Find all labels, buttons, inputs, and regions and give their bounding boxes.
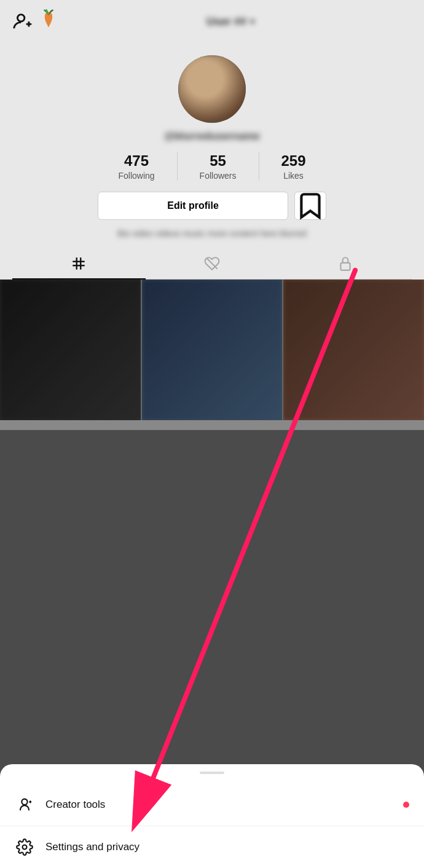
chevron-down-icon: ▾ [250,17,254,26]
followers-label: Followers [200,171,237,181]
likes-stat[interactable]: 259 Likes [259,152,328,181]
edit-profile-button[interactable]: Edit profile [98,192,288,220]
stats-row: 475 Following 55 Followers 259 Likes [12,152,412,181]
top-nav: User ## ▾ [0,0,424,43]
nav-left [12,9,60,34]
svg-point-20 [23,845,27,850]
app-logo [37,9,60,34]
svg-point-19 [29,801,32,803]
following-stat[interactable]: 475 Following [96,152,177,181]
tab-private[interactable] [278,248,412,279]
bottom-sheet: Creator tools Settings and privacy [0,764,424,868]
likes-count: 259 [281,152,306,170]
avatar [178,55,246,123]
followers-count: 55 [210,152,226,170]
svg-point-18 [22,799,27,805]
settings-privacy-item[interactable]: Settings and privacy [0,826,424,868]
creator-tools-icon [15,795,34,815]
tab-grid[interactable] [12,248,146,279]
bio-text: Bio video videos music more content here… [12,229,412,238]
profile-area: @blurredusername 475 Following 55 Follow… [0,43,424,280]
grid-cell[interactable] [0,280,141,420]
nav-center: User ## ▾ [206,15,254,28]
sheet-handle [200,772,224,774]
likes-label: Likes [283,171,304,181]
action-row: Edit profile [12,192,412,220]
following-count: 475 [124,152,149,170]
grid-cell[interactable] [142,280,283,420]
svg-point-0 [18,15,25,22]
tabs-row [12,248,412,280]
tab-liked[interactable] [146,248,279,279]
creator-tools-item[interactable]: Creator tools [0,784,424,826]
grid-cell[interactable] [283,280,424,420]
nav-right [401,16,412,27]
followers-stat[interactable]: 55 Followers [178,152,259,181]
add-user-button[interactable] [12,11,33,32]
settings-icon [15,837,34,857]
creator-tools-label: Creator tools [45,799,105,811]
username-dropdown[interactable]: User ## ▾ [206,15,254,28]
content-grid [0,280,424,420]
profile-username: @blurredusername [164,130,259,143]
svg-rect-15 [340,263,350,270]
following-label: Following [118,171,154,181]
settings-privacy-label: Settings and privacy [45,841,139,853]
notification-dot [403,802,409,808]
bookmark-button[interactable] [294,192,326,220]
nav-username: User ## [206,15,246,28]
